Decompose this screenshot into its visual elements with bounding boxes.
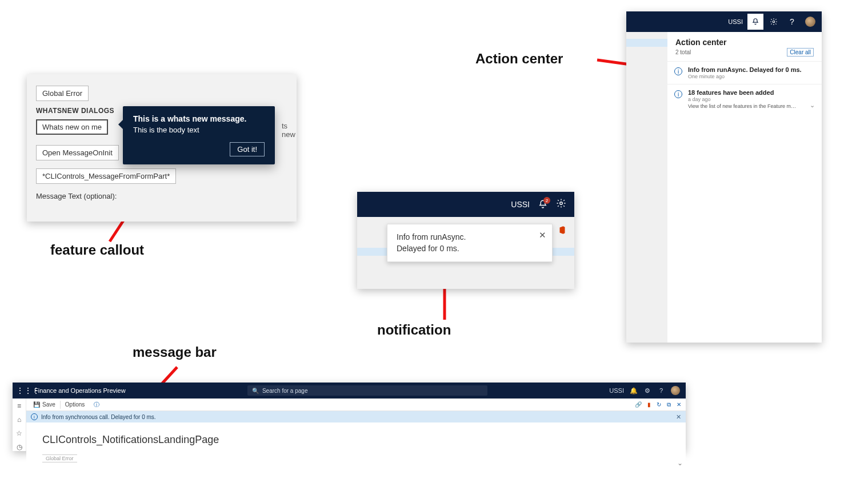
save-button[interactable]: 💾 Save (29, 401, 60, 408)
ac-company-label: USSI (728, 18, 743, 25)
search-icon: 🔍 (252, 388, 259, 394)
notification-badge: 2 (543, 197, 550, 204)
ac-item-detail: View the list of new features in the Fea… (688, 103, 797, 109)
close-icon[interactable]: ✕ (676, 413, 681, 421)
message-text-optional-label: Message Text (optional): (36, 192, 287, 200)
popup-title: This is a whats new message. (133, 114, 265, 123)
ac-total-count: 2 total (675, 49, 691, 55)
notification-panel: USSI 2 Info from runAsync. Delayed for 0… (357, 192, 574, 289)
gear-icon[interactable]: ⚙ (643, 387, 651, 395)
company-label: USSI (609, 387, 624, 394)
message-bar: i Info from synchronous call. Delayed fo… (26, 411, 686, 422)
bell-icon[interactable]: 🔔 (630, 387, 638, 395)
office-icon[interactable]: ▮ (647, 401, 651, 408)
info-button[interactable]: ⓘ (89, 401, 104, 409)
ac-item-time: One minute ago (688, 74, 814, 79)
info-icon: i (674, 90, 682, 98)
options-button[interactable]: Options (61, 401, 89, 408)
page-title: CLIControls_NotificationsLandingPage (42, 434, 686, 446)
close-icon[interactable]: ✕ (539, 229, 546, 242)
search-placeholder: Search for a page (262, 388, 308, 394)
search-input[interactable]: 🔍 Search for a page (247, 385, 487, 396)
home-icon[interactable]: ⌂ (17, 416, 21, 424)
close-icon[interactable]: ✕ (677, 401, 681, 408)
svg-point-4 (560, 202, 563, 205)
save-label: Save (42, 401, 55, 408)
message-bar-panel: ⋮⋮⋮ Finance and Operations Preview 🔍 Sea… (13, 383, 686, 451)
save-icon: 💾 (33, 401, 40, 408)
app-title: Finance and Operations Preview (34, 387, 126, 394)
gear-icon[interactable] (766, 14, 782, 30)
hamburger-icon[interactable]: ≡ (17, 402, 21, 410)
annotation-feature-callout: feature callout (50, 242, 144, 258)
help-icon[interactable]: ? (784, 14, 800, 30)
ac-item-time: a day ago (688, 96, 814, 102)
left-rail: ≡ ⌂ ☆ ◷ (13, 399, 26, 451)
cli-message-formpart-button[interactable]: *CLIControls_MessageFromFormPart* (36, 168, 176, 184)
avatar[interactable] (802, 14, 818, 30)
message-bar-text: Info from synchronous call. Delayed for … (41, 414, 156, 420)
ghost-text: Global Error (42, 454, 77, 462)
notification-toast: Info from runAsync. Delayed for 0 ms. ✕ (387, 224, 553, 262)
open-message-oninit-button[interactable]: Open MessageOnInit (36, 145, 119, 160)
ac-item[interactable]: i Info from runAsync. Delayed for 0 ms. … (667, 61, 822, 84)
popout-icon[interactable]: ⧉ (667, 401, 671, 408)
annotation-message-bar: message bar (133, 344, 217, 360)
ac-item[interactable]: i 18 features have been added a day ago … (667, 84, 822, 114)
info-icon: i (31, 413, 38, 420)
options-label: Options (65, 401, 85, 408)
feature-callout-panel: Global Error WHATSNEW DIALOGS Whats new … (27, 74, 297, 222)
toast-line-1: Info from runAsync. (397, 231, 529, 243)
gear-icon[interactable] (556, 198, 566, 211)
recent-icon[interactable]: ◷ (17, 443, 22, 451)
office-icon[interactable] (557, 225, 567, 238)
bell-icon[interactable]: 2 (538, 199, 548, 210)
clear-all-link[interactable]: Clear all (787, 48, 814, 57)
ac-item-title: 18 features have been added (688, 89, 814, 96)
popup-body: This is the body text (133, 126, 265, 134)
whats-new-button[interactable]: Whats new on me (36, 119, 108, 135)
waffle-icon[interactable]: ⋮⋮⋮ (16, 386, 31, 395)
refresh-icon[interactable]: ↻ (657, 401, 661, 408)
company-label: USSI (511, 200, 530, 209)
chevron-down-icon[interactable]: ⌄ (810, 102, 815, 109)
svg-point-5 (773, 21, 775, 23)
got-it-button[interactable]: Got it! (230, 142, 265, 156)
action-center-title: Action center (667, 32, 822, 48)
bell-icon[interactable] (747, 14, 763, 30)
link-icon[interactable]: 🔗 (635, 401, 642, 408)
avatar[interactable] (671, 386, 680, 395)
toast-line-2: Delayed for 0 ms. (397, 243, 529, 254)
annotation-action-center: Action center (475, 51, 563, 67)
scroll-down-icon[interactable]: ⌄ (675, 458, 685, 468)
whats-new-popup: This is a whats new message. This is the… (123, 106, 275, 164)
info-icon: i (674, 67, 682, 75)
action-center-panel: USSI ? Action center 2 total Clear all i… (626, 11, 822, 343)
global-error-button[interactable]: Global Error (36, 86, 89, 101)
ghost-text: ts new (282, 122, 295, 139)
ac-item-title: Info from runAsync. Delayed for 0 ms. (688, 66, 814, 73)
help-icon[interactable]: ? (657, 387, 665, 395)
star-icon[interactable]: ☆ (16, 429, 22, 437)
